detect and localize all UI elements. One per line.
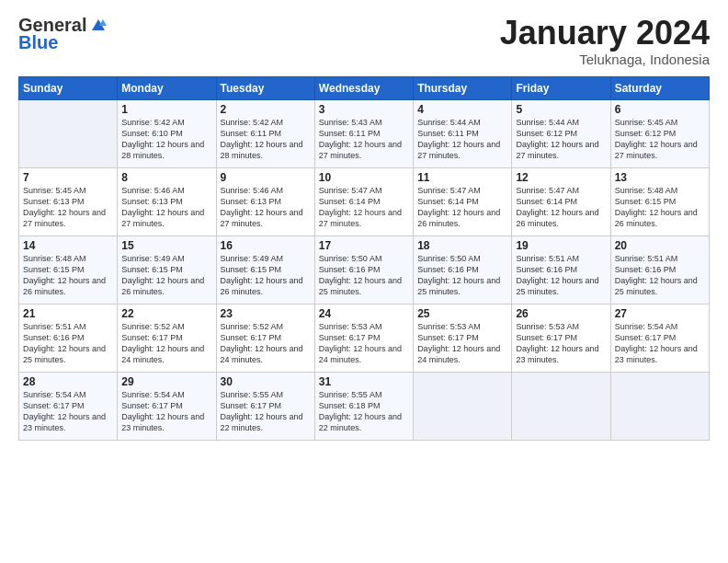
day-number: 9 (221, 171, 311, 184)
day-info: Sunrise: 5:52 AMSunset: 6:17 PMDaylight:… (221, 321, 311, 366)
table-row: 4Sunrise: 5:44 AMSunset: 6:11 PMDaylight… (414, 99, 512, 167)
day-info: Sunrise: 5:44 AMSunset: 6:12 PMDaylight:… (516, 117, 606, 162)
table-row: 17Sunrise: 5:50 AMSunset: 6:16 PMDayligh… (314, 236, 413, 304)
day-number: 12 (516, 171, 606, 184)
calendar-week-row: 14Sunrise: 5:48 AMSunset: 6:15 PMDayligh… (19, 236, 710, 304)
table-row (610, 372, 709, 440)
table-row: 18Sunrise: 5:50 AMSunset: 6:16 PMDayligh… (414, 236, 512, 304)
table-row: 8Sunrise: 5:46 AMSunset: 6:13 PMDaylight… (118, 167, 216, 236)
calendar-table: Sunday Monday Tuesday Wednesday Thursday… (18, 76, 710, 441)
table-row: 1Sunrise: 5:42 AMSunset: 6:10 PMDaylight… (118, 99, 216, 167)
col-monday: Monday (118, 76, 216, 99)
table-row: 27Sunrise: 5:54 AMSunset: 6:17 PMDayligh… (610, 304, 709, 372)
day-number: 10 (319, 171, 409, 184)
day-info: Sunrise: 5:51 AMSunset: 6:16 PMDaylight:… (615, 253, 705, 298)
table-row: 12Sunrise: 5:47 AMSunset: 6:14 PMDayligh… (512, 167, 610, 236)
location: Teluknaga, Indonesia (500, 52, 710, 67)
day-number: 24 (319, 307, 409, 320)
table-row (19, 99, 118, 167)
table-row: 23Sunrise: 5:52 AMSunset: 6:17 PMDayligh… (216, 304, 314, 372)
title-area: January 2024 Teluknaga, Indonesia (500, 15, 710, 67)
table-row: 10Sunrise: 5:47 AMSunset: 6:14 PMDayligh… (314, 167, 413, 236)
day-number: 19 (516, 239, 606, 252)
day-number: 18 (417, 239, 507, 252)
day-number: 21 (23, 307, 113, 320)
day-info: Sunrise: 5:47 AMSunset: 6:14 PMDaylight:… (319, 185, 409, 230)
day-number: 28 (23, 375, 113, 388)
table-row: 13Sunrise: 5:48 AMSunset: 6:15 PMDayligh… (610, 167, 709, 236)
day-info: Sunrise: 5:45 AMSunset: 6:12 PMDaylight:… (615, 117, 705, 162)
table-row: 31Sunrise: 5:55 AMSunset: 6:18 PMDayligh… (314, 372, 413, 440)
table-row: 14Sunrise: 5:48 AMSunset: 6:15 PMDayligh… (19, 236, 118, 304)
table-row: 9Sunrise: 5:46 AMSunset: 6:13 PMDaylight… (216, 167, 314, 236)
month-title: January 2024 (500, 15, 710, 52)
calendar-week-row: 1Sunrise: 5:42 AMSunset: 6:10 PMDaylight… (19, 99, 710, 167)
table-row: 21Sunrise: 5:51 AMSunset: 6:16 PMDayligh… (19, 304, 118, 372)
day-info: Sunrise: 5:50 AMSunset: 6:16 PMDaylight:… (319, 253, 409, 298)
day-info: Sunrise: 5:55 AMSunset: 6:18 PMDaylight:… (319, 389, 409, 434)
day-number: 2 (221, 103, 311, 116)
header: General Blue January 2024 Teluknaga, Ind… (18, 15, 710, 67)
table-row (414, 372, 512, 440)
day-info: Sunrise: 5:43 AMSunset: 6:11 PMDaylight:… (319, 117, 409, 162)
day-info: Sunrise: 5:52 AMSunset: 6:17 PMDaylight:… (121, 321, 211, 366)
col-friday: Friday (512, 76, 610, 99)
table-row: 6Sunrise: 5:45 AMSunset: 6:12 PMDaylight… (610, 99, 709, 167)
table-row: 3Sunrise: 5:43 AMSunset: 6:11 PMDaylight… (314, 99, 413, 167)
day-info: Sunrise: 5:55 AMSunset: 6:17 PMDaylight:… (221, 389, 311, 434)
table-row: 22Sunrise: 5:52 AMSunset: 6:17 PMDayligh… (118, 304, 216, 372)
logo: General Blue (18, 15, 107, 53)
day-info: Sunrise: 5:45 AMSunset: 6:13 PMDaylight:… (23, 185, 113, 230)
table-row: 19Sunrise: 5:51 AMSunset: 6:16 PMDayligh… (512, 236, 610, 304)
day-number: 31 (319, 375, 409, 388)
calendar-week-row: 28Sunrise: 5:54 AMSunset: 6:17 PMDayligh… (19, 372, 710, 440)
day-info: Sunrise: 5:53 AMSunset: 6:17 PMDaylight:… (516, 321, 606, 366)
day-info: Sunrise: 5:48 AMSunset: 6:15 PMDaylight:… (615, 185, 705, 230)
logo-blue-text: Blue (18, 32, 58, 53)
table-row: 26Sunrise: 5:53 AMSunset: 6:17 PMDayligh… (512, 304, 610, 372)
day-info: Sunrise: 5:54 AMSunset: 6:17 PMDaylight:… (121, 389, 211, 434)
day-number: 20 (615, 239, 705, 252)
day-number: 3 (319, 103, 409, 116)
day-number: 16 (221, 239, 311, 252)
table-row: 28Sunrise: 5:54 AMSunset: 6:17 PMDayligh… (19, 372, 118, 440)
day-number: 27 (615, 307, 705, 320)
day-info: Sunrise: 5:47 AMSunset: 6:14 PMDaylight:… (516, 185, 606, 230)
day-number: 29 (121, 375, 211, 388)
col-wednesday: Wednesday (314, 76, 413, 99)
day-info: Sunrise: 5:48 AMSunset: 6:15 PMDaylight:… (23, 253, 113, 298)
table-row (512, 372, 610, 440)
day-number: 17 (319, 239, 409, 252)
day-number: 30 (221, 375, 311, 388)
day-info: Sunrise: 5:50 AMSunset: 6:16 PMDaylight:… (417, 253, 507, 298)
day-info: Sunrise: 5:49 AMSunset: 6:15 PMDaylight:… (221, 253, 311, 298)
day-info: Sunrise: 5:47 AMSunset: 6:14 PMDaylight:… (417, 185, 507, 230)
header-row: Sunday Monday Tuesday Wednesday Thursday… (19, 76, 710, 99)
table-row: 24Sunrise: 5:53 AMSunset: 6:17 PMDayligh… (314, 304, 413, 372)
day-info: Sunrise: 5:51 AMSunset: 6:16 PMDaylight:… (23, 321, 113, 366)
logo-icon (90, 17, 107, 34)
day-number: 15 (121, 239, 211, 252)
table-row: 11Sunrise: 5:47 AMSunset: 6:14 PMDayligh… (414, 167, 512, 236)
day-info: Sunrise: 5:44 AMSunset: 6:11 PMDaylight:… (417, 117, 507, 162)
day-number: 8 (121, 171, 211, 184)
table-row: 25Sunrise: 5:53 AMSunset: 6:17 PMDayligh… (414, 304, 512, 372)
day-info: Sunrise: 5:49 AMSunset: 6:15 PMDaylight:… (121, 253, 211, 298)
table-row: 7Sunrise: 5:45 AMSunset: 6:13 PMDaylight… (19, 167, 118, 236)
table-row: 2Sunrise: 5:42 AMSunset: 6:11 PMDaylight… (216, 99, 314, 167)
day-number: 7 (23, 171, 113, 184)
table-row: 30Sunrise: 5:55 AMSunset: 6:17 PMDayligh… (216, 372, 314, 440)
day-number: 26 (516, 307, 606, 320)
day-info: Sunrise: 5:54 AMSunset: 6:17 PMDaylight:… (23, 389, 113, 434)
col-thursday: Thursday (414, 76, 512, 99)
day-info: Sunrise: 5:42 AMSunset: 6:10 PMDaylight:… (121, 117, 211, 162)
day-number: 5 (516, 103, 606, 116)
day-info: Sunrise: 5:46 AMSunset: 6:13 PMDaylight:… (121, 185, 211, 230)
day-info: Sunrise: 5:54 AMSunset: 6:17 PMDaylight:… (615, 321, 705, 366)
table-row: 16Sunrise: 5:49 AMSunset: 6:15 PMDayligh… (216, 236, 314, 304)
day-number: 25 (417, 307, 507, 320)
calendar-week-row: 7Sunrise: 5:45 AMSunset: 6:13 PMDaylight… (19, 167, 710, 236)
day-number: 11 (417, 171, 507, 184)
calendar-week-row: 21Sunrise: 5:51 AMSunset: 6:16 PMDayligh… (19, 304, 710, 372)
calendar-page: General Blue January 2024 Teluknaga, Ind… (0, 0, 728, 563)
